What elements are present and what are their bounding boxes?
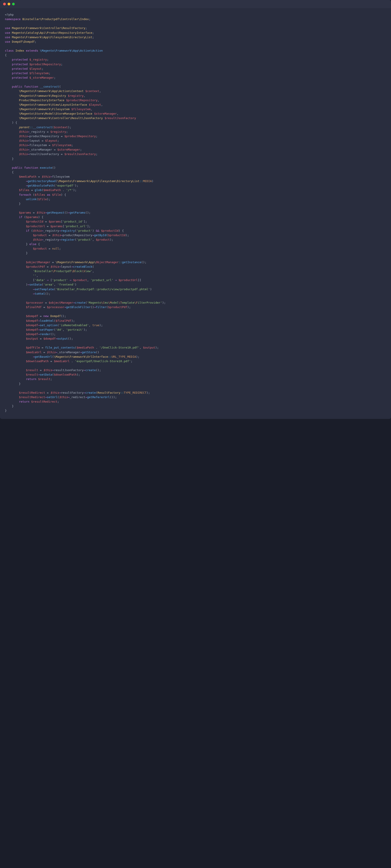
prop: productRepository <box>30 134 59 138</box>
var: $processor <box>47 305 64 309</box>
kw: protected <box>12 67 28 70</box>
kw: return <box>19 400 30 403</box>
kw: function <box>24 85 38 88</box>
arrow: → <box>84 368 85 372</box>
arrow: → <box>73 301 75 304</box>
prop: resultJsonFactory <box>54 368 84 372</box>
minimize-icon[interactable] <box>8 3 10 5</box>
arrow: → <box>28 148 30 151</box>
var: $params <box>49 220 61 223</box>
window-titlebar <box>0 0 391 8</box>
kw: public <box>12 166 22 169</box>
arrow: → <box>33 287 35 291</box>
str: '/*' <box>66 188 73 192</box>
kw: use <box>5 26 10 30</box>
prop: $_registry <box>30 58 47 61</box>
fn: create <box>85 391 96 394</box>
fat-arrow: ⇒ <box>47 278 49 282</box>
ns: \Magento\Framework\App\ <box>56 260 96 264</box>
str: 'portrait' <box>66 328 84 331</box>
str: '' <box>33 274 36 277</box>
arrow: → <box>56 337 57 340</box>
kw: protected <box>12 58 28 61</box>
php-open-tag: <?php <box>5 13 13 16</box>
var: $dompdf <box>43 337 56 340</box>
fn: create <box>85 368 96 372</box>
const: MEDIA <box>143 179 152 183</box>
var: $productRepository <box>64 134 96 138</box>
bool: true <box>92 323 99 327</box>
var: $product <box>96 238 110 241</box>
prop: $_storeManager <box>30 76 54 79</box>
scope: :: <box>108 355 112 359</box>
arrow: → <box>28 139 30 142</box>
null: null <box>52 247 59 250</box>
this: $this <box>33 229 41 232</box>
var: $resultRedirect <box>19 391 45 394</box>
arrow: → <box>28 130 30 133</box>
code-editor[interactable]: <?php namespace Binstellar\Productpdf\Co… <box>0 8 391 419</box>
type: \Magento\Store\Model\StoreManagerInterfa… <box>19 112 93 115</box>
kw: as <box>47 193 51 196</box>
var: $resultJsonFactory <box>64 152 96 156</box>
this: $this <box>19 130 28 133</box>
fn: getDirectoryRead <box>28 179 56 183</box>
fn: getRequest <box>47 211 64 214</box>
use: Magento\Catalog\Api\ProductRepositoryInt… <box>12 31 92 34</box>
close-icon[interactable] <box>3 3 6 5</box>
str: 'area' <box>43 283 54 286</box>
esc: \M <box>108 301 112 304</box>
var: $dompdf <box>26 314 38 318</box>
str: 'product' <box>76 229 92 232</box>
esc: \T <box>119 301 122 304</box>
var: $dompdf <box>26 323 38 327</box>
var: $finalPdf <box>26 305 41 309</box>
cls: ResultFactory <box>98 391 120 394</box>
fn: getParams <box>70 211 85 214</box>
code-window: <?php namespace Binstellar\Productpdf\Co… <box>0 0 391 419</box>
var: $file <box>38 197 47 201</box>
var: $result <box>26 373 38 376</box>
var: $files <box>19 188 30 192</box>
var: $product <box>73 278 87 282</box>
kw: protected <box>12 71 28 75</box>
fn: setData <box>40 373 52 376</box>
var: $processor <box>26 301 43 304</box>
fn: getBlockFilter <box>66 305 91 309</box>
cls: \Magento\Framework\App\Filesystem\Direct… <box>57 179 139 183</box>
use: Magento\Framework\Controller\ResultFacto… <box>12 26 85 30</box>
prop: $productRepository <box>30 63 61 66</box>
str: 'A4' <box>56 328 63 331</box>
var: $params <box>26 215 38 219</box>
str: 'product_url' <box>91 278 113 282</box>
cls: Dompdf <box>51 314 61 318</box>
var: $downloadPath <box>26 360 49 363</box>
fn: glob <box>35 188 41 192</box>
prop: $layout <box>30 67 42 70</box>
var: $downloadPath <box>54 373 76 376</box>
arrow: → <box>84 391 85 394</box>
maximize-icon[interactable] <box>12 3 15 5</box>
prop: layout <box>61 265 71 268</box>
prop: _registry <box>43 229 59 232</box>
fn: unlink <box>26 197 36 201</box>
var: $resultRedirect <box>31 400 57 403</box>
esc: \F <box>134 301 138 304</box>
var: $layout <box>45 139 57 142</box>
kw: new <box>43 314 48 318</box>
fn: getBaseUrl <box>35 355 52 359</box>
type: \Magento\Framework\Filesystem <box>19 107 70 111</box>
var: $productUrl <box>26 224 45 228</box>
kw: else <box>30 242 36 246</box>
var: $registry <box>51 130 66 133</box>
var: $productUrl <box>119 278 138 282</box>
fn: createBlock <box>73 265 92 268</box>
arrow: → <box>38 373 40 376</box>
var: $mediaUrl <box>26 350 41 354</box>
fn: render <box>40 333 51 336</box>
var: $context <box>85 89 99 93</box>
esc: \P <box>52 270 56 273</box>
arrow: → <box>26 179 28 183</box>
str: 'exportpdf' <box>56 184 75 187</box>
kw: protected <box>12 76 28 79</box>
